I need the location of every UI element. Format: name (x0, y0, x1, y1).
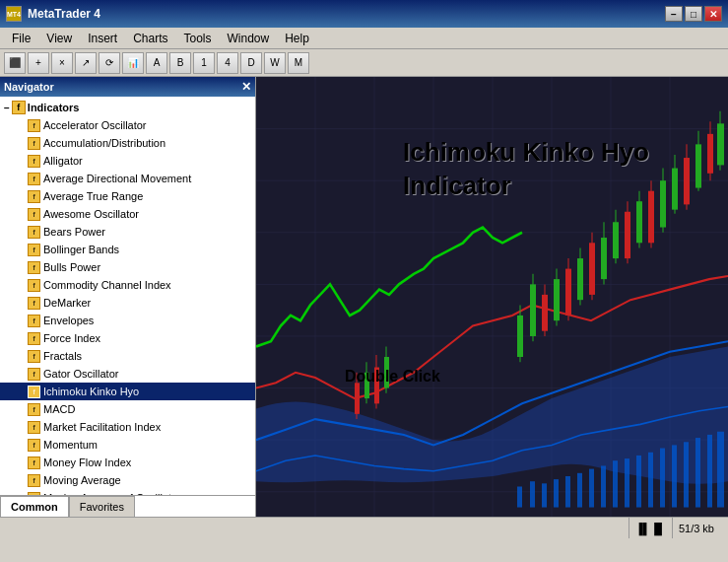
indicator-icon: f (28, 403, 40, 416)
list-item[interactable]: f DeMarker (0, 294, 255, 312)
chart-area[interactable]: Double Click Ichimoku Kinko Hyo Indicato… (256, 77, 728, 517)
menu-window[interactable]: Window (220, 30, 278, 47)
list-item[interactable]: f Envelopes (0, 312, 255, 329)
list-item[interactable]: f Accelerator Oscillator (0, 116, 255, 134)
toolbar-btn-12[interactable]: W (264, 52, 286, 74)
indicator-icon: f (28, 439, 40, 452)
navigator-panel: Navigator ✕ − f Indicators f Accelerator… (0, 77, 256, 517)
svg-rect-61 (625, 458, 629, 507)
svg-rect-58 (589, 469, 594, 508)
svg-rect-59 (601, 465, 606, 507)
indicator-icon: f (28, 226, 40, 239)
menu-charts[interactable]: Charts (125, 30, 175, 47)
indicator-icon: f (28, 137, 40, 150)
toolbar-btn-2[interactable]: + (28, 52, 49, 74)
list-item[interactable]: f Average True Range (0, 187, 255, 205)
indicator-icon: f (28, 474, 40, 487)
navigator-header: Navigator ✕ (0, 77, 255, 97)
indicator-icon: f (28, 297, 40, 310)
list-item[interactable]: f Bears Power (0, 223, 255, 241)
nav-tabs: Common Favorites (0, 495, 255, 517)
toolbar-btn-5[interactable]: ⟳ (99, 52, 120, 74)
tab-common[interactable]: Common (0, 496, 69, 517)
svg-rect-66 (684, 442, 689, 507)
svg-rect-64 (660, 449, 665, 508)
svg-rect-63 (648, 453, 653, 508)
svg-rect-53 (530, 481, 535, 507)
root-toggle[interactable]: − (4, 103, 10, 113)
list-item[interactable]: f Market Facilitation Index (0, 418, 255, 436)
indicator-icon: f (28, 155, 40, 168)
navigator-content: − f Indicators f Accelerator Oscillator … (0, 97, 255, 517)
toolbar-btn-3[interactable]: × (51, 52, 73, 74)
restore-button[interactable]: □ (685, 6, 702, 22)
navigator-title: Navigator (4, 81, 54, 93)
list-item[interactable]: f Bollinger Bands (0, 241, 255, 258)
ichimoku-item[interactable]: f Ichimoku Kinko Hyo (0, 383, 255, 400)
list-item[interactable]: f Fractals (0, 347, 255, 365)
toolbar-btn-11[interactable]: D (240, 52, 262, 74)
indicator-icon: f (28, 315, 40, 327)
minimize-button[interactable]: − (665, 6, 683, 22)
indicator-icon: f (28, 261, 40, 274)
svg-rect-56 (565, 476, 570, 508)
list-item[interactable]: f Force Index (0, 329, 255, 347)
indicators-root: − f Indicators (0, 99, 255, 116)
indicator-icon: f (28, 332, 40, 345)
toolbar-btn-13[interactable]: M (288, 52, 309, 74)
toolbar-btn-9[interactable]: 1 (193, 52, 215, 74)
status-bars-icon: ▐▌▐▌ (629, 518, 672, 538)
status-bar: ▐▌▐▌ 51/3 kb (0, 517, 728, 538)
list-item[interactable]: f Awesome Oscillator (0, 205, 255, 223)
list-item[interactable]: f Momentum (0, 436, 255, 454)
menu-tools[interactable]: Tools (176, 30, 220, 47)
toolbar-btn-10[interactable]: 4 (217, 52, 238, 74)
svg-rect-57 (577, 473, 582, 508)
status-size: 51/3 kb (672, 518, 720, 538)
menu-insert[interactable]: Insert (80, 30, 125, 47)
window-title: MetaTrader 4 (28, 7, 100, 21)
title-bar: MT4 MetaTrader 4 − □ ✕ (0, 0, 728, 28)
indicator-icon: f (28, 386, 40, 398)
toolbar-btn-7[interactable]: A (146, 52, 167, 74)
tab-favorites[interactable]: Favorites (69, 496, 135, 517)
list-item[interactable]: f MACD (0, 400, 255, 418)
list-item[interactable]: f Money Flow Index (0, 454, 255, 471)
toolbar-btn-4[interactable]: ↗ (75, 52, 97, 74)
list-item[interactable]: f Accumulation/Distribution (0, 134, 255, 152)
svg-rect-69 (717, 432, 724, 508)
menu-view[interactable]: View (38, 30, 80, 47)
toolbar: ⬛ + × ↗ ⟳ 📊 A B 1 4 D W M (0, 49, 728, 77)
menu-bar: File View Insert Charts Tools Window Hel… (0, 28, 728, 49)
list-item[interactable]: f Commodity Channel Index (0, 276, 255, 294)
menu-help[interactable]: Help (277, 30, 317, 47)
list-item[interactable]: f Average Directional Movement (0, 170, 255, 187)
indicator-icon: f (28, 244, 40, 256)
root-label: Indicators (28, 102, 80, 113)
indicator-icon: f (28, 421, 40, 434)
indicator-icon: f (28, 208, 40, 221)
chart-svg (256, 77, 728, 517)
menu-file[interactable]: File (4, 30, 38, 47)
window-controls: − □ ✕ (665, 6, 722, 22)
nav-tree[interactable]: − f Indicators f Accelerator Oscillator … (0, 97, 255, 495)
svg-rect-54 (542, 483, 547, 507)
svg-rect-55 (554, 479, 559, 507)
root-icon: f (12, 101, 26, 114)
indicator-icon: f (28, 279, 40, 292)
list-item[interactable]: f Moving Average (0, 471, 255, 489)
indicator-icon: f (28, 350, 40, 363)
indicator-icon: f (28, 368, 40, 381)
title-bar-left: MT4 MetaTrader 4 (6, 6, 100, 22)
navigator-close-button[interactable]: ✕ (241, 80, 251, 94)
toolbar-btn-1[interactable]: ⬛ (4, 52, 26, 74)
list-item[interactable]: f Bulls Power (0, 258, 255, 276)
toolbar-btn-6[interactable]: 📊 (122, 52, 144, 74)
svg-rect-62 (636, 456, 641, 508)
close-button[interactable]: ✕ (704, 6, 722, 22)
svg-rect-60 (613, 460, 618, 507)
toolbar-btn-8[interactable]: B (169, 52, 191, 74)
list-item[interactable]: f Gator Oscillator (0, 365, 255, 383)
list-item[interactable]: f Alligator (0, 152, 255, 170)
indicator-icon: f (28, 190, 40, 203)
